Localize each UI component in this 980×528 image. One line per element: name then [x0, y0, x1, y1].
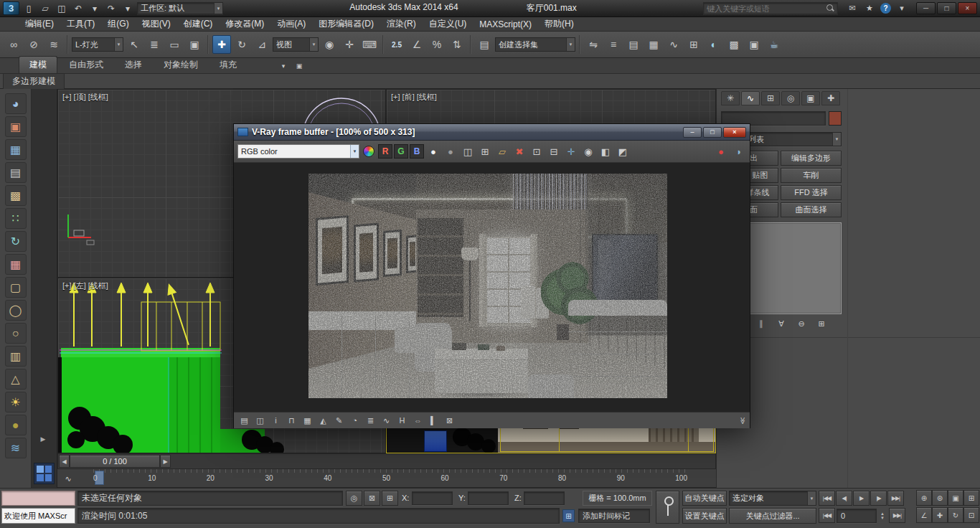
modifier-set-button[interactable]: FFD 选择 — [781, 185, 842, 200]
bind-to-space-warp-icon[interactable]: ≋ — [44, 35, 63, 54]
hierarchy-tab-icon[interactable]: ⊞ — [761, 91, 780, 105]
ribbon-tab[interactable]: 选择 — [115, 57, 152, 73]
compare-vertical-icon[interactable]: ◩ — [615, 143, 631, 159]
grid-panel-icon[interactable]: ▤ — [5, 162, 27, 183]
zoom-icon[interactable]: ⊕ — [916, 490, 932, 506]
save-image-icon[interactable]: ◫ — [460, 143, 476, 159]
vfb-view-clamped-icon[interactable]: ▦ — [301, 414, 314, 427]
ribbon-config-icon[interactable]: ▣ — [293, 60, 306, 72]
vfb-clamp-colors-icon[interactable]: ⊓ — [285, 414, 298, 427]
isolate-toggle-icon[interactable]: ◎ — [346, 491, 362, 506]
alpha-channel-icon[interactable]: ● — [425, 143, 441, 159]
swatch-icon[interactable]: ▩ — [5, 185, 27, 206]
notification-icon[interactable]: ⊞ — [562, 509, 575, 522]
render-setup-icon[interactable]: ▩ — [725, 35, 743, 54]
track-region-icon[interactable]: ◉ — [580, 143, 596, 159]
modifier-set-button[interactable]: 编辑多边形 — [781, 151, 842, 166]
search-input[interactable] — [707, 4, 824, 13]
vfb-image-info-icon[interactable]: i — [269, 414, 283, 427]
menu-item[interactable]: 编辑(E) — [19, 18, 60, 30]
next-frame-arrow-icon[interactable]: ▶ — [160, 455, 171, 468]
search-icon[interactable] — [826, 4, 834, 12]
frame-spinner[interactable]: ▲▼ — [878, 509, 887, 523]
undo-icon[interactable]: ↶ — [71, 2, 85, 15]
field-of-view-icon[interactable]: ∠ — [916, 507, 932, 523]
key-filters-button[interactable]: 关键点过滤器... — [729, 508, 816, 524]
vfb-white-balance-icon[interactable]: ✎ — [332, 414, 346, 427]
set-key-mode-button[interactable]: 设置关键点 — [682, 508, 727, 524]
ribbon-tab[interactable]: 填充 — [209, 57, 247, 73]
snap-toggle-icon[interactable]: 2.5 — [387, 35, 406, 54]
circle-primitive-icon[interactable]: ○ — [5, 323, 27, 344]
vfb-exposure-icon[interactable]: H — [395, 414, 409, 427]
chevron-down-icon[interactable] — [214, 3, 222, 14]
keyboard-override-icon[interactable]: ⌨ — [360, 35, 379, 54]
modifier-set-button[interactable]: 曲面选择 — [781, 202, 842, 217]
app-logo[interactable]: 3 — [3, 1, 19, 15]
flyout-arrow-icon[interactable]: ▶ — [37, 433, 49, 445]
utilities-tab-icon[interactable]: ✚ — [821, 91, 840, 105]
favorites-icon[interactable]: ★ — [863, 2, 876, 15]
layer-manager-icon[interactable]: ▤ — [624, 35, 643, 54]
orbit-icon[interactable]: ↻ — [948, 507, 963, 523]
absolute-offset-icon[interactable]: ⊞ — [382, 491, 398, 506]
open-file-icon[interactable]: ▱ — [38, 2, 52, 15]
next-frame-button[interactable]: |▶ — [870, 491, 887, 506]
chevron-down-icon[interactable] — [807, 491, 816, 505]
percent-snap-icon[interactable]: % — [428, 35, 446, 54]
menu-item[interactable]: 组(G) — [101, 18, 135, 30]
track-bar[interactable]: ∿ 0102030405060708090100 — [57, 469, 716, 488]
remove-modifier-icon[interactable]: ⊖ — [794, 317, 809, 330]
save-file-icon[interactable]: ◫ — [55, 2, 69, 15]
rendered-frame-icon[interactable]: ▣ — [745, 35, 763, 54]
box-primitive-icon[interactable]: ▢ — [5, 277, 27, 298]
expand-icon[interactable]: ▾ — [895, 2, 908, 15]
rotate-tool-icon[interactable]: ↻ — [5, 231, 27, 252]
object-color-swatch[interactable] — [829, 111, 842, 126]
menu-item[interactable]: 工具(T) — [60, 18, 101, 30]
viewport-layout-icon[interactable] — [34, 463, 55, 484]
select-and-scale-icon[interactable]: ⊿ — [253, 35, 271, 54]
current-frame-field[interactable]: 0 — [837, 509, 877, 523]
monochrome-icon[interactable]: ● — [443, 143, 458, 159]
zoom-extents-all-icon[interactable]: ⊞ — [963, 490, 979, 506]
mirror-icon[interactable]: ⇋ — [584, 35, 603, 54]
blue-panel-icon[interactable]: ▦ — [5, 139, 27, 160]
clear-image-icon[interactable]: ✖ — [512, 143, 527, 159]
auto-key-button[interactable]: 自动关键点 — [682, 491, 727, 506]
material-editor-icon[interactable]: ◐ — [705, 35, 723, 54]
motion-tab-icon[interactable]: ◎ — [781, 91, 800, 105]
menu-item[interactable]: 图形编辑器(D) — [312, 18, 380, 30]
viewport-label[interactable]: [+] [前] [线框] — [391, 92, 437, 103]
ribbon-panel-title[interactable]: 多边形建模 — [3, 73, 65, 90]
stop-render-button[interactable]: ● — [713, 143, 729, 159]
maximize-button[interactable]: □ — [937, 2, 956, 14]
add-time-tag-button[interactable]: 添加时间标记 — [578, 509, 650, 523]
cylinder-primitive-icon[interactable]: ▥ — [5, 346, 27, 367]
redo-list-icon[interactable]: ▾ — [121, 2, 135, 15]
select-and-rotate-icon[interactable]: ↻ — [232, 35, 251, 54]
selection-filter-combo[interactable]: L-灯光 — [72, 37, 123, 52]
workspace-combo[interactable]: 工作区: 默认 — [137, 2, 223, 14]
selection-set-combo[interactable]: 选定对象 — [729, 491, 816, 506]
redo-icon[interactable]: ↷ — [104, 2, 118, 15]
menu-item[interactable]: MAXScript(X) — [473, 19, 538, 29]
curve-editor-icon[interactable]: ∿ — [664, 35, 683, 54]
menu-item[interactable]: 渲染(R) — [380, 18, 423, 30]
z-coordinate-field[interactable] — [524, 491, 565, 505]
green-channel-button[interactable]: G — [394, 144, 408, 159]
duplicate-to-max-icon[interactable]: ⊟ — [546, 143, 562, 159]
maxscript-listener-field[interactable]: 欢迎使用 MAXScr — [1, 508, 75, 524]
menu-item[interactable]: 创建(C) — [177, 18, 220, 30]
ripple-icon[interactable]: ≋ — [5, 438, 27, 458]
vfb-title-bar[interactable]: V-Ray frame buffer - [100% of 500 x 313]… — [234, 124, 750, 141]
compare-horizontal-icon[interactable]: ◧ — [598, 143, 613, 159]
angle-snap-icon[interactable]: ∠ — [407, 35, 426, 54]
color-wheel-icon[interactable] — [361, 143, 377, 159]
graphite-toggle-icon[interactable]: ▦ — [644, 35, 663, 54]
align-icon[interactable]: ≡ — [604, 35, 623, 54]
vfb-maximize-button[interactable]: □ — [703, 127, 722, 138]
chevron-down-icon[interactable] — [114, 38, 123, 51]
y-coordinate-field[interactable] — [468, 491, 509, 505]
zoom-extents-icon[interactable]: ▣ — [948, 490, 963, 506]
